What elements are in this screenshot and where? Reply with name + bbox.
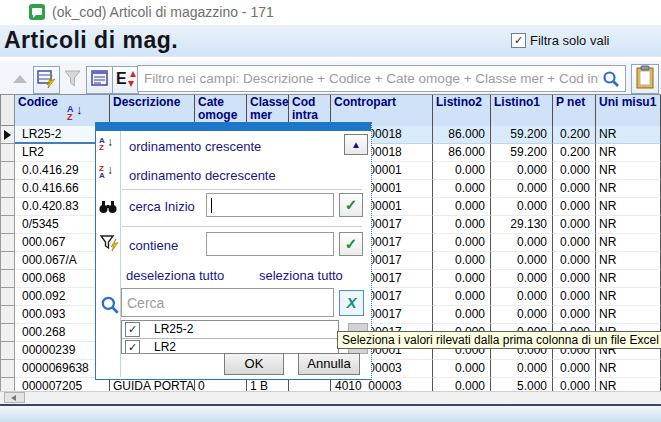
cell-listino2[interactable]: 0.000 [433, 180, 491, 198]
paste-button[interactable] [631, 64, 659, 94]
filter-input[interactable] [137, 65, 626, 92]
cell-listino2[interactable]: 0.000 [433, 288, 491, 306]
row-marker-cell[interactable] [0, 144, 15, 162]
cell-p_net[interactable]: 0.000 [553, 216, 596, 234]
row-marker-cell[interactable] [0, 324, 15, 342]
cell-p_net[interactable]: 0.000 [553, 360, 596, 378]
cell-uni_misu1[interactable]: NR [596, 234, 661, 252]
row-marker-cell[interactable] [0, 342, 15, 360]
cell-uni_misu1[interactable]: NR [596, 360, 661, 378]
row-marker-cell[interactable] [0, 234, 15, 252]
cell-uni_misu1[interactable]: NR [596, 216, 661, 234]
cell-listino1[interactable]: 0.000 [491, 270, 553, 288]
row-marker-cell[interactable] [0, 288, 15, 306]
row-marker-cell[interactable] [0, 216, 15, 234]
list-button[interactable] [86, 66, 113, 94]
cell-p_net[interactable]: 0.000 [553, 270, 596, 288]
popup-title-bar[interactable] [96, 123, 371, 131]
search-start-input[interactable] [206, 193, 334, 217]
contains-apply-button[interactable]: ✓ [339, 232, 363, 256]
cell-uni_misu1[interactable]: NR [596, 378, 661, 391]
cell-uni_misu1[interactable]: NR [596, 144, 661, 162]
cell-listino1[interactable]: 59.200 [491, 126, 553, 144]
item-checkbox[interactable]: ✓ [125, 340, 140, 354]
ok-button[interactable]: OK [224, 353, 284, 375]
row-marker-cell[interactable] [0, 180, 15, 198]
filter-edit-button[interactable] [33, 66, 60, 94]
cell-listino1[interactable]: 0.000 [491, 288, 553, 306]
row-marker-cell[interactable] [0, 126, 15, 144]
cell-p_net[interactable]: 0.000 [553, 198, 596, 216]
cell-listino2[interactable]: 0.000 [433, 216, 491, 234]
select-all-link[interactable]: seleziona tutto [259, 268, 343, 283]
row-marker-cell[interactable] [0, 378, 15, 391]
column-header-listino2[interactable]: Listino2 [433, 95, 491, 126]
cell-listino1[interactable]: 0.000 [491, 162, 553, 180]
cell-listino2[interactable]: 0.000 [433, 306, 491, 324]
column-header-listino1[interactable]: Listino1 [491, 95, 553, 126]
cell-listino2[interactable]: 0.000 [433, 378, 491, 391]
cell-listino1[interactable]: 0.000 [491, 360, 553, 378]
row-marker-cell[interactable] [0, 198, 15, 216]
cell-listino1[interactable]: 5.000 [491, 378, 553, 391]
cell-listino2[interactable]: 0.000 [433, 360, 491, 378]
cell-listino2[interactable]: 86.000 [433, 126, 491, 144]
cell-uni_misu1[interactable]: NR [596, 270, 661, 288]
cell-listino1[interactable]: 0.000 [491, 180, 553, 198]
cell-listino1[interactable]: 0.000 [491, 198, 553, 216]
cell-listino1[interactable]: 59.200 [491, 144, 553, 162]
item-checkbox[interactable]: ✓ [125, 322, 140, 337]
cell-p_net[interactable]: 0.200 [553, 126, 596, 144]
row-marker-cell[interactable] [0, 252, 15, 270]
cell-uni_misu1[interactable]: NR [596, 180, 661, 198]
filtra-solo-checkbox[interactable]: ✓ [511, 33, 526, 48]
cell-listino1[interactable]: 0.000 [491, 306, 553, 324]
cell-uni_misu1[interactable]: NR [596, 126, 661, 144]
cell-listino2[interactable]: 0.000 [433, 162, 491, 180]
excel-export-button[interactable]: E [112, 66, 139, 94]
cell-p_net[interactable]: 0.200 [553, 144, 596, 162]
cell-listino2[interactable]: 0.000 [433, 198, 491, 216]
cell-p_net[interactable]: 0.000 [553, 234, 596, 252]
cell-uni_misu1[interactable]: NR [596, 252, 661, 270]
collapse-up-button[interactable] [6, 66, 31, 92]
contains-input[interactable] [206, 232, 334, 256]
cell-p_net[interactable]: 0.000 [553, 180, 596, 198]
cell-uni_misu1[interactable]: NR [596, 162, 661, 180]
cell-uni_misu1[interactable]: NR [596, 288, 661, 306]
cell-listino2[interactable]: 86.000 [433, 144, 491, 162]
cell-listino1[interactable]: 29.130 [491, 216, 553, 234]
row-marker-cell[interactable] [0, 162, 15, 180]
cell-listino2[interactable]: 0.000 [433, 252, 491, 270]
cell-listino2[interactable]: 0.000 [433, 234, 491, 252]
horizontal-scrollbar[interactable] [0, 391, 661, 405]
cell-p_net[interactable]: 0.000 [553, 378, 596, 391]
cell-listino2[interactable]: 0.000 [433, 270, 491, 288]
cell-listino1[interactable]: 0.000 [491, 234, 553, 252]
popup-list-item[interactable]: ✓LR25-2 [122, 321, 338, 339]
row-marker-cell[interactable] [0, 306, 15, 324]
cell-p_net[interactable]: 0.000 [553, 162, 596, 180]
cell-p_net[interactable]: 0.000 [553, 306, 596, 324]
row-marker-cell[interactable] [0, 270, 15, 288]
cancel-button[interactable]: Annulla [298, 353, 360, 375]
sort-asc-item[interactable]: ordinamento crescente [129, 139, 261, 154]
row-marker-cell[interactable] [0, 360, 15, 378]
search-start-apply-button[interactable]: ✓ [339, 193, 363, 217]
cell-uni_misu1[interactable]: NR [596, 306, 661, 324]
cell-listino1[interactable]: 0.000 [491, 252, 553, 270]
sort-desc-item[interactable]: ordinamento decrescente [129, 168, 276, 183]
excel-values-button[interactable]: X [339, 290, 364, 316]
cell-uni_misu1[interactable]: NR [596, 198, 661, 216]
popup-search-input[interactable] [121, 288, 334, 317]
column-header-p_net[interactable]: P net [553, 95, 596, 126]
column-header-uni_misu1[interactable]: Uni misu1 [596, 95, 661, 126]
scroll-left-button[interactable] [4, 392, 25, 403]
popup-scroll-up-button[interactable]: ▲ [344, 134, 368, 155]
cell-p_net[interactable]: 0.000 [553, 288, 596, 306]
cell-p_net[interactable]: 0.000 [553, 252, 596, 270]
popup-list-item[interactable]: ✓LR2 [122, 339, 338, 354]
filter-button[interactable] [60, 66, 85, 92]
search-icon[interactable] [602, 70, 620, 88]
deselect-all-link[interactable]: deseleziona tutto [126, 268, 224, 283]
